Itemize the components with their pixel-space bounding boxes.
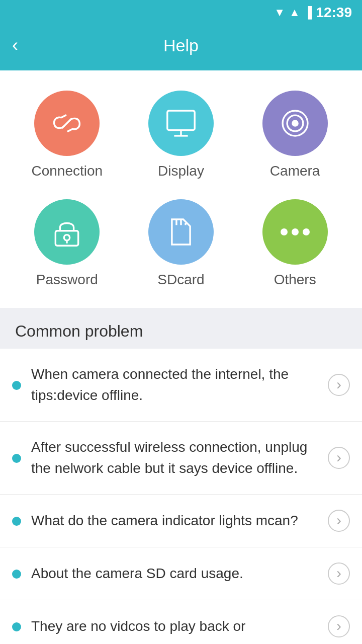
svg-rect-1 — [167, 111, 195, 130]
faq-arrow-2[interactable] — [328, 447, 350, 469]
faq-arrow-5[interactable] — [328, 615, 350, 637]
faq-item-3[interactable]: What do the camera indicator lights mcan… — [0, 495, 362, 547]
svg-point-8 — [64, 235, 70, 240]
monitor-icon — [164, 106, 198, 140]
display-label: Display — [158, 163, 204, 179]
faq-text-3: What do the camera indicator lights mcan… — [31, 510, 320, 531]
faq-item-5[interactable]: They are no vidcos to play back or — [0, 600, 362, 644]
connection-label: Connection — [32, 163, 103, 179]
camera-icon — [278, 106, 312, 140]
lock-icon — [50, 215, 84, 249]
category-password[interactable]: Password — [15, 199, 119, 288]
sdcard-icon — [164, 215, 198, 249]
link-icon — [50, 106, 84, 140]
common-problem-section: Common problem — [0, 308, 362, 349]
wifi-icon: ▼ — [274, 6, 285, 19]
faq-item-2[interactable]: After successful wireless connection, un… — [0, 422, 362, 495]
category-connection[interactable]: Connection — [15, 91, 119, 179]
category-sdcard[interactable]: SDcard — [129, 199, 233, 288]
status-time: 12:39 — [316, 5, 352, 21]
faq-arrow-1[interactable] — [328, 374, 350, 396]
dots-icon — [281, 228, 310, 235]
faq-arrow-4[interactable] — [328, 562, 350, 585]
svg-rect-7 — [56, 231, 78, 246]
sdcard-label: SDcard — [157, 272, 204, 288]
battery-icon: ▐ — [304, 6, 312, 19]
category-display[interactable]: Display — [129, 91, 233, 179]
svg-point-6 — [292, 120, 299, 127]
status-icons: ▼ ▲ ▐ 12:39 — [274, 5, 352, 21]
svg-line-0 — [62, 119, 71, 128]
password-icon-circle — [34, 199, 100, 265]
faq-arrow-3[interactable] — [328, 510, 350, 532]
page-title: Help — [163, 36, 199, 55]
faq-dot-2 — [12, 454, 21, 463]
faq-text-2: After successful wireless connection, un… — [31, 437, 320, 479]
sdcard-icon-circle — [148, 199, 214, 265]
others-icon-circle — [262, 199, 328, 265]
header: ‹ Help — [0, 25, 362, 70]
faq-text-1: When camera connected the internel, the … — [31, 364, 320, 406]
category-others[interactable]: Others — [243, 199, 347, 288]
faq-dot-4 — [12, 570, 21, 579]
categories-grid: Connection Display Camera — [0, 70, 362, 308]
others-label: Others — [274, 272, 316, 288]
faq-item-1[interactable]: When camera connected the internel, the … — [0, 349, 362, 422]
status-bar: ▼ ▲ ▐ 12:39 — [0, 0, 362, 25]
category-camera[interactable]: Camera — [243, 91, 347, 179]
camera-label: Camera — [270, 163, 320, 179]
faq-dot-1 — [12, 381, 21, 390]
common-problem-title: Common problem — [15, 322, 143, 340]
faq-item-4[interactable]: About the camera SD card usage. — [0, 547, 362, 600]
faq-list: When camera connected the internel, the … — [0, 349, 362, 644]
connection-icon-circle — [34, 91, 100, 156]
camera-icon-circle — [262, 91, 328, 156]
faq-dot-3 — [12, 517, 21, 526]
faq-text-5: They are no vidcos to play back or — [31, 616, 320, 637]
faq-dot-5 — [12, 622, 21, 631]
password-label: Password — [36, 272, 98, 288]
back-button[interactable]: ‹ — [12, 36, 18, 54]
faq-text-4: About the camera SD card usage. — [31, 563, 320, 584]
signal-icon: ▲ — [289, 6, 300, 19]
display-icon-circle — [148, 91, 214, 156]
